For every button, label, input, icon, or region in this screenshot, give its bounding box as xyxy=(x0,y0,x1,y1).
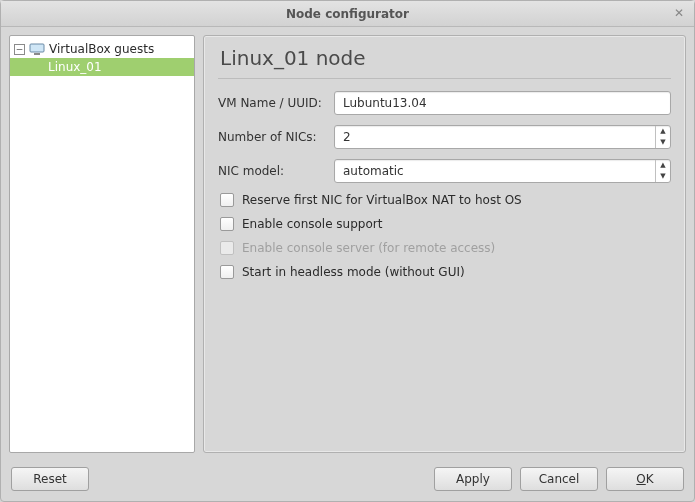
tree-collapse-icon[interactable]: − xyxy=(14,44,25,55)
window-title: Node configurator xyxy=(286,7,409,21)
svg-rect-0 xyxy=(30,44,44,52)
checkbox-console-support[interactable]: Enable console support xyxy=(218,217,671,231)
ok-button[interactable]: OK xyxy=(606,467,684,491)
nics-spinbox[interactable]: 2 ▲ ▼ xyxy=(334,125,671,149)
chevron-up-icon[interactable]: ▲ xyxy=(656,126,670,137)
panel-title: Linux_01 node xyxy=(218,42,671,79)
checkbox-icon xyxy=(220,241,234,255)
checkbox-console-server: Enable console server (for remote access… xyxy=(218,241,671,255)
row-nics: Number of NICs: 2 ▲ ▼ xyxy=(218,125,671,149)
checkbox-headless[interactable]: Start in headless mode (without GUI) xyxy=(218,265,671,279)
row-vm-name: VM Name / UUID: xyxy=(218,91,671,115)
nic-model-value: automatic xyxy=(335,164,655,178)
checkbox-label: Reserve first NIC for VirtualBox NAT to … xyxy=(242,193,522,207)
checkbox-icon[interactable] xyxy=(220,193,234,207)
checkbox-reserve-nat[interactable]: Reserve first NIC for VirtualBox NAT to … xyxy=(218,193,671,207)
chevron-down-icon[interactable]: ▼ xyxy=(656,137,670,148)
tree-root-virtualbox-guests[interactable]: − VirtualBox guests xyxy=(10,40,194,58)
checkbox-label: Enable console support xyxy=(242,217,382,231)
monitor-icon xyxy=(29,43,45,55)
checkbox-label: Start in headless mode (without GUI) xyxy=(242,265,465,279)
nic-model-label: NIC model: xyxy=(218,164,328,178)
chevron-up-icon[interactable]: ▲ xyxy=(656,160,670,171)
main-panel: Linux_01 node VM Name / UUID: Number of … xyxy=(203,35,686,453)
footer: Reset Apply Cancel OK xyxy=(1,461,694,501)
nics-label: Number of NICs: xyxy=(218,130,328,144)
checkbox-icon[interactable] xyxy=(220,265,234,279)
combo-arrows[interactable]: ▲ ▼ xyxy=(655,160,670,182)
nic-model-select[interactable]: automatic ▲ ▼ xyxy=(334,159,671,183)
chevron-down-icon[interactable]: ▼ xyxy=(656,171,670,182)
content-area: − VirtualBox guests Linux_01 Linux_01 no… xyxy=(1,27,694,461)
footer-spacer xyxy=(97,467,426,491)
checkbox-icon[interactable] xyxy=(220,217,234,231)
vm-name-label: VM Name / UUID: xyxy=(218,96,328,110)
svg-rect-1 xyxy=(34,53,40,55)
apply-button[interactable]: Apply xyxy=(434,467,512,491)
nics-value: 2 xyxy=(335,130,655,144)
node-configurator-window: Node configurator ✕ − VirtualBox guests … xyxy=(0,0,695,502)
checkbox-label: Enable console server (for remote access… xyxy=(242,241,495,255)
tree-panel[interactable]: − VirtualBox guests Linux_01 xyxy=(9,35,195,453)
tree-root-label: VirtualBox guests xyxy=(49,42,154,56)
tree-item-linux-01[interactable]: Linux_01 xyxy=(10,58,194,76)
titlebar: Node configurator ✕ xyxy=(1,1,694,27)
cancel-button[interactable]: Cancel xyxy=(520,467,598,491)
close-icon[interactable]: ✕ xyxy=(672,6,686,20)
spinbox-arrows[interactable]: ▲ ▼ xyxy=(655,126,670,148)
tree-item-label: Linux_01 xyxy=(48,60,102,74)
reset-button[interactable]: Reset xyxy=(11,467,89,491)
row-nic-model: NIC model: automatic ▲ ▼ xyxy=(218,159,671,183)
vm-name-input[interactable] xyxy=(334,91,671,115)
